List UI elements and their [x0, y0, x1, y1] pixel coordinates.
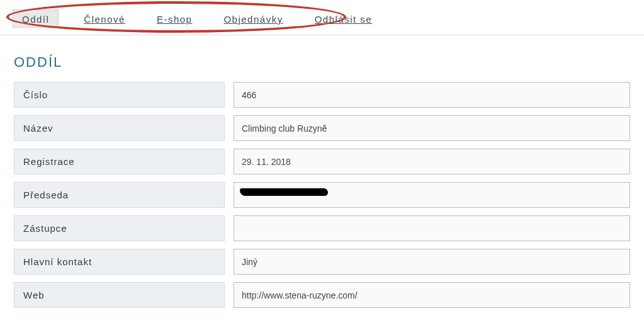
- input-predseda[interactable]: [234, 182, 630, 208]
- page-title: ODDÍL: [14, 54, 630, 71]
- row-predseda: Předseda: [14, 182, 630, 208]
- nav-tabs: Oddíl Členové E-shop Objednávky Odhlásit…: [13, 9, 631, 28]
- input-nazev[interactable]: [234, 115, 630, 141]
- main-content: ODDÍL Číslo Název Registrace Předseda: [0, 35, 644, 322]
- label-zastupce: Zástupce: [14, 215, 225, 241]
- label-predseda: Předseda: [14, 182, 225, 208]
- tab-oddil[interactable]: Oddíl: [13, 9, 59, 28]
- input-hlavni-kontakt[interactable]: [234, 249, 630, 275]
- input-cislo[interactable]: [234, 82, 630, 108]
- tab-odhlasit[interactable]: Odhlásit se: [308, 10, 379, 28]
- label-hlavni-kontakt: Hlavní kontakt: [14, 249, 225, 275]
- row-zastupce: Zástupce: [14, 215, 630, 241]
- input-registrace[interactable]: [234, 149, 630, 174]
- tab-eshop[interactable]: E-shop: [150, 10, 199, 28]
- input-zastupce[interactable]: [234, 215, 630, 241]
- form-table: Číslo Název Registrace Předseda Zástupce: [14, 82, 630, 308]
- input-web[interactable]: [234, 282, 630, 308]
- row-nazev: Název: [14, 115, 630, 141]
- label-web: Web: [14, 282, 225, 308]
- nav-bar: Oddíl Členové E-shop Objednávky Odhlásit…: [0, 0, 644, 35]
- row-web: Web: [14, 282, 630, 308]
- label-cislo: Číslo: [14, 82, 225, 108]
- label-nazev: Název: [14, 115, 225, 141]
- label-registrace: Registrace: [14, 149, 225, 174]
- row-hlavni-kontakt: Hlavní kontakt: [14, 249, 630, 275]
- row-registrace: Registrace: [14, 149, 630, 174]
- row-cislo: Číslo: [14, 82, 630, 108]
- tab-objednavky[interactable]: Objednávky: [217, 10, 289, 28]
- tab-clenove[interactable]: Členové: [77, 10, 132, 28]
